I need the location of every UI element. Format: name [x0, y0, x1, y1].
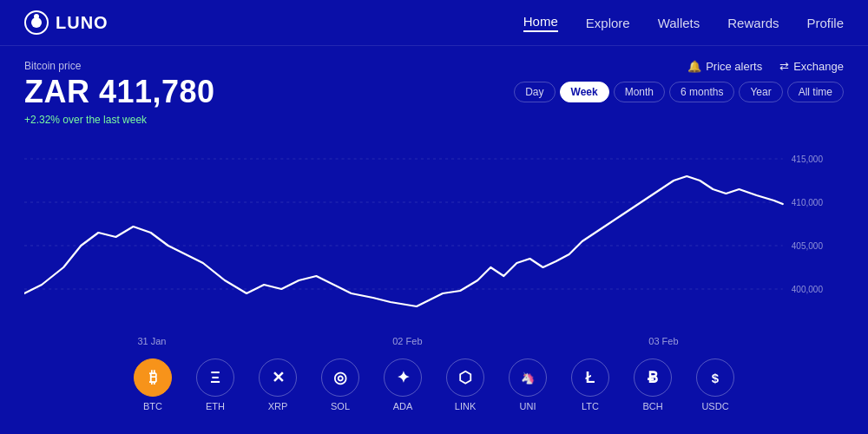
sol-label: SOL: [331, 401, 350, 411]
price-section: Bitcoin price ZAR 411,780 +2.32% over th…: [24, 60, 215, 126]
nav-explore[interactable]: Explore: [586, 16, 630, 30]
nav-wallets[interactable]: Wallets: [658, 16, 700, 30]
ltc-label: LTC: [582, 401, 599, 411]
crypto-xrp[interactable]: ✕ XRP: [259, 358, 297, 411]
link-icon: ⬡: [446, 358, 484, 397]
xrp-label: XRP: [268, 401, 288, 411]
btc-label: BTC: [143, 401, 162, 411]
exchange-button[interactable]: ⇄ Exchange: [779, 60, 844, 73]
price-label: Bitcoin price: [24, 60, 215, 72]
crypto-link[interactable]: ⬡ LINK: [446, 358, 484, 411]
exchange-icon: ⇄: [779, 60, 789, 73]
svg-text:400,000: 400,000: [792, 285, 824, 294]
crypto-row: ₿ BTC Ξ ETH ✕ XRP ◎ SOL ✦ ADA ⬡ LINK 🦄 U…: [24, 358, 844, 420]
xrp-icon: ✕: [259, 358, 297, 397]
crypto-ada[interactable]: ✦ ADA: [384, 358, 422, 411]
bch-icon: Ƀ: [634, 358, 672, 397]
crypto-sol[interactable]: ◎ SOL: [321, 358, 359, 411]
price-value: ZAR 411,780: [24, 74, 215, 110]
filter-6months[interactable]: 6 months: [669, 82, 734, 102]
filter-alltime[interactable]: All time: [787, 82, 844, 102]
crypto-btc[interactable]: ₿ BTC: [134, 358, 172, 411]
logo-text: LUNO: [56, 13, 108, 33]
logo-icon: [24, 10, 49, 35]
link-label: LINK: [455, 401, 476, 411]
header: LUNO Home Explore Wallets Rewards Profil…: [0, 0, 868, 46]
top-row: Bitcoin price ZAR 411,780 +2.32% over th…: [24, 60, 844, 126]
x-axis-labels: 31 Jan 02 Feb 03 Feb: [24, 332, 844, 346]
x-label-31jan: 31 Jan: [137, 336, 166, 346]
ada-label: ADA: [393, 401, 413, 411]
crypto-usdc[interactable]: $ USDC: [696, 358, 734, 411]
usdc-icon: $: [696, 358, 734, 397]
ltc-icon: Ł: [571, 358, 609, 397]
uni-icon: 🦄: [509, 358, 547, 397]
price-alerts-button[interactable]: 🔔 Price alerts: [687, 60, 762, 73]
chart-container: 415,000 410,000 405,000 400,000: [24, 133, 844, 332]
bell-icon: 🔔: [687, 60, 701, 73]
eth-label: ETH: [206, 401, 225, 411]
filter-year[interactable]: Year: [739, 82, 782, 102]
crypto-ltc[interactable]: Ł LTC: [571, 358, 609, 411]
top-actions: 🔔 Price alerts ⇄ Exchange: [687, 60, 844, 73]
eth-icon: Ξ: [196, 358, 234, 397]
x-label-03feb: 03 Feb: [648, 336, 678, 346]
logo[interactable]: LUNO: [24, 10, 108, 35]
x-label-02feb: 02 Feb: [392, 336, 422, 346]
sol-icon: ◎: [321, 358, 359, 397]
usdc-label: USDC: [701, 401, 728, 411]
nav-home[interactable]: Home: [523, 14, 558, 32]
right-controls: 🔔 Price alerts ⇄ Exchange Day Week Month…: [514, 60, 844, 102]
crypto-uni[interactable]: 🦄 UNI: [509, 358, 547, 411]
filter-week[interactable]: Week: [560, 82, 609, 102]
nav-profile[interactable]: Profile: [806, 16, 844, 30]
price-chart: 415,000 410,000 405,000 400,000: [24, 133, 844, 332]
svg-point-2: [34, 14, 39, 19]
uni-label: UNI: [520, 401, 536, 411]
filter-day[interactable]: Day: [514, 82, 555, 102]
nav-rewards[interactable]: Rewards: [727, 16, 779, 30]
filter-month[interactable]: Month: [614, 82, 665, 102]
exchange-label: Exchange: [793, 60, 844, 73]
svg-text:415,000: 415,000: [792, 155, 824, 164]
price-alerts-label: Price alerts: [706, 60, 762, 73]
svg-text:405,000: 405,000: [792, 241, 824, 251]
bch-label: BCH: [642, 401, 662, 411]
ada-icon: ✦: [384, 358, 422, 397]
btc-icon: ₿: [134, 358, 172, 397]
main-nav: Home Explore Wallets Rewards Profile: [523, 14, 844, 32]
svg-text:410,000: 410,000: [792, 198, 824, 207]
main-content: Bitcoin price ZAR 411,780 +2.32% over th…: [0, 46, 868, 420]
time-filters: Day Week Month 6 months Year All time: [514, 82, 844, 102]
crypto-eth[interactable]: Ξ ETH: [196, 358, 234, 411]
crypto-bch[interactable]: Ƀ BCH: [634, 358, 672, 411]
price-change: +2.32% over the last week: [24, 114, 215, 126]
